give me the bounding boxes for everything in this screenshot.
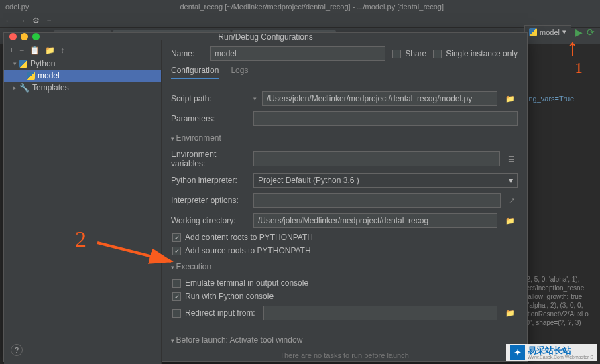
single-instance-checkbox-row[interactable]: Single instance only bbox=[432, 49, 518, 58]
checkbox[interactable] bbox=[392, 50, 401, 58]
browse-icon[interactable]: 📁 bbox=[503, 95, 518, 103]
dialog-title: Run/Debug Configurations bbox=[218, 32, 312, 42]
expand-icon[interactable]: ↗ bbox=[506, 196, 518, 205]
tree-node-model[interactable]: model bbox=[4, 70, 161, 82]
dialog-titlebar: Run/Debug Configurations bbox=[4, 33, 527, 40]
run-config-dropdown[interactable]: model ▾ bbox=[524, 25, 571, 38]
watermark: ✦ 易采站长站 Www.Easck.Com Webmaster S bbox=[506, 344, 597, 361]
add-content-roots-checkbox[interactable]: Add content roots to PYTHONPATH bbox=[171, 233, 518, 242]
help-icon[interactable]: ? bbox=[11, 344, 23, 356]
checkbox[interactable] bbox=[172, 292, 181, 301]
file-title: odel.py bbox=[5, 3, 29, 11]
tree-label: Templates bbox=[32, 83, 69, 93]
watermark-cn: 易采站长站 bbox=[528, 346, 593, 355]
settings-icon[interactable]: ⚙ bbox=[31, 16, 40, 25]
python-icon bbox=[27, 72, 35, 80]
env-vars-input[interactable] bbox=[253, 151, 500, 166]
interpreter-label: Python interpreter: bbox=[171, 176, 248, 185]
run-config-selector-area: model ▾ ▶ ⟳ bbox=[524, 25, 595, 38]
watermark-logo: ✦ bbox=[510, 345, 525, 360]
run-with-python-console-checkbox[interactable]: Run with Python console bbox=[171, 292, 518, 301]
chevron-down-icon: ▾ bbox=[562, 27, 566, 36]
checkbox[interactable] bbox=[172, 247, 181, 255]
before-launch-section[interactable]: Before launch: Activate tool window bbox=[171, 332, 518, 347]
debug-button[interactable]: ⟳ bbox=[587, 27, 595, 38]
minus-icon[interactable]: − bbox=[44, 16, 54, 25]
tree-node-python[interactable]: ▾ Python bbox=[4, 58, 161, 70]
no-tasks-message: There are no tasks to run before launch bbox=[171, 347, 518, 363]
emulate-terminal-checkbox[interactable]: Emulate terminal in output console bbox=[171, 278, 518, 288]
checkbox[interactable] bbox=[172, 309, 181, 318]
share-checkbox-row[interactable]: Share bbox=[391, 49, 426, 58]
browse-icon[interactable]: 📁 bbox=[503, 309, 518, 318]
main-toolbar: ← → ⚙ − bbox=[0, 13, 600, 28]
python-icon bbox=[19, 60, 27, 68]
window-controls bbox=[9, 33, 40, 40]
chevron-right-icon: ▸ bbox=[13, 84, 17, 91]
browse-icon[interactable]: 📁 bbox=[503, 217, 518, 225]
watermark-en: Www.Easck.Com Webmaster S bbox=[528, 355, 593, 359]
tree-node-templates[interactable]: ▸ 🔧 Templates bbox=[4, 82, 161, 94]
tab-logs[interactable]: Logs bbox=[231, 66, 248, 79]
interpreter-opts-input[interactable] bbox=[253, 193, 501, 208]
tree-toolbar: + − 📋 📁 ↕ bbox=[4, 43, 161, 58]
close-window-icon[interactable] bbox=[9, 33, 17, 40]
config-form-panel: Name: Share Single instance only Configu… bbox=[162, 40, 527, 364]
list-icon[interactable]: ☰ bbox=[505, 155, 518, 164]
tree-label: Python bbox=[30, 59, 55, 68]
config-tree-panel: + − 📋 📁 ↕ ▾ Python model ▸ 🔧 Templates bbox=[4, 40, 162, 364]
script-path-label: Script path: bbox=[171, 94, 248, 103]
before-launch-area: Before launch: Activate tool window Ther… bbox=[171, 328, 518, 364]
annotation-number-1: 1 bbox=[575, 59, 583, 77]
parameters-input[interactable] bbox=[253, 111, 518, 126]
run-debug-configurations-dialog: Run/Debug Configurations + − 📋 📁 ↕ ▾ Pyt… bbox=[3, 32, 528, 362]
parameters-label: Parameters: bbox=[171, 114, 248, 123]
add-source-roots-checkbox[interactable]: Add source roots to PYTHONPATH bbox=[171, 246, 518, 255]
forward-icon[interactable]: → bbox=[17, 16, 27, 25]
chevron-down-icon[interactable]: ▾ bbox=[253, 95, 257, 102]
window-titlebar: odel.py dental_recog [~/Medlinker/medpro… bbox=[0, 0, 600, 13]
interpreter-opts-label: Interpreter options: bbox=[171, 196, 248, 205]
env-vars-label: Environment variables: bbox=[171, 149, 248, 168]
interpreter-dropdown[interactable]: Project Default (Python 3.6 ) ▾ bbox=[253, 173, 518, 188]
chevron-down-icon: ▾ bbox=[13, 60, 17, 67]
folder-icon[interactable]: 📁 bbox=[45, 46, 55, 55]
environment-section[interactable]: Environment bbox=[171, 131, 518, 145]
execution-section[interactable]: Execution bbox=[171, 259, 518, 274]
interpreter-value: Project Default (Python 3.6 ) bbox=[258, 176, 359, 185]
redirect-input-field[interactable] bbox=[263, 306, 497, 320]
redirect-input-checkbox[interactable]: Redirect input from: bbox=[171, 308, 258, 318]
checkbox[interactable] bbox=[433, 50, 442, 58]
expand-icon[interactable]: ↕ bbox=[60, 46, 64, 55]
inner-tabs: Configuration Logs bbox=[171, 66, 518, 82]
tab-configuration[interactable]: Configuration bbox=[171, 66, 219, 79]
run-config-label: model bbox=[540, 28, 560, 36]
run-button[interactable]: ▶ bbox=[575, 27, 583, 38]
workdir-label: Working directory: bbox=[171, 216, 248, 225]
name-label: Name: bbox=[171, 49, 204, 58]
python-icon bbox=[529, 28, 537, 36]
copy-icon[interactable]: 📋 bbox=[29, 46, 40, 55]
checkbox[interactable] bbox=[172, 279, 181, 288]
script-path-input[interactable] bbox=[262, 91, 497, 106]
minimize-window-icon[interactable] bbox=[21, 33, 28, 40]
checkbox[interactable] bbox=[172, 233, 181, 242]
name-input[interactable] bbox=[210, 46, 385, 61]
breadcrumb: dental_recog [~/Medlinker/medproject/den… bbox=[29, 3, 595, 11]
chevron-down-icon: ▾ bbox=[509, 176, 513, 185]
back-icon[interactable]: ← bbox=[4, 16, 13, 25]
editor-background-code: ssing_vars=True bbox=[520, 94, 600, 104]
maximize-window-icon[interactable] bbox=[32, 33, 40, 40]
workdir-input[interactable] bbox=[253, 213, 497, 228]
tree-label: model bbox=[38, 71, 60, 80]
remove-icon[interactable]: − bbox=[19, 46, 24, 55]
add-icon[interactable]: + bbox=[9, 46, 14, 55]
wrench-icon: 🔧 bbox=[19, 83, 29, 93]
